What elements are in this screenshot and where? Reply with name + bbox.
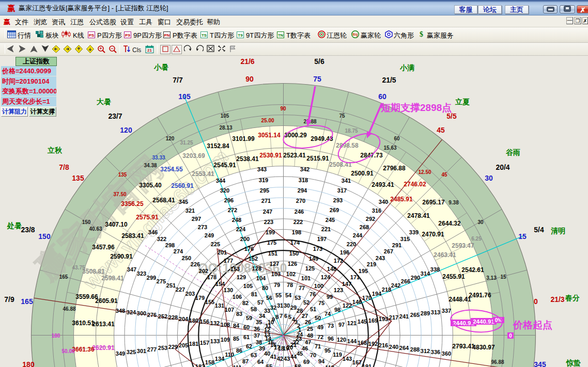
svg-text:−: −: [111, 46, 113, 51]
svg-text:252: 252: [158, 313, 167, 320]
svg-text:37: 37: [254, 332, 260, 339]
svg-text:3305.40: 3305.40: [139, 182, 162, 189]
svg-text:54: 54: [285, 292, 292, 298]
svg-text:6.25: 6.25: [471, 236, 482, 242]
svg-text:130: 130: [224, 287, 233, 293]
svg-text:119: 119: [333, 352, 342, 358]
svg-text:106: 106: [233, 294, 242, 300]
svg-text:298: 298: [165, 242, 175, 248]
svg-text:63: 63: [251, 352, 257, 358]
svg-text:0: 0: [534, 297, 538, 306]
svg-text:169: 169: [368, 317, 378, 324]
svg-text:196: 196: [340, 249, 349, 256]
svg-text:315: 315: [400, 236, 410, 242]
svg-text:300: 300: [137, 310, 146, 316]
svg-text:4830.97: 4830.97: [472, 344, 495, 351]
svg-text:37.50: 37.50: [113, 192, 126, 197]
svg-text:195: 195: [359, 268, 368, 274]
svg-text:62: 62: [246, 343, 252, 349]
svg-text:21: 21: [147, 48, 152, 53]
svg-text:348: 348: [116, 308, 125, 314]
svg-text:80: 80: [262, 285, 268, 291]
svg-text:Big: Big: [352, 33, 358, 37]
svg-text:199: 199: [266, 229, 275, 235]
svg-text:168: 168: [358, 340, 367, 346]
svg-text:201: 201: [218, 249, 227, 256]
svg-text:立夏: 立夏: [455, 98, 470, 106]
svg-text:202: 202: [199, 268, 208, 274]
svg-text:35: 35: [256, 319, 262, 325]
svg-text:266: 266: [401, 278, 410, 284]
svg-text:270: 270: [296, 198, 305, 204]
svg-text:+: +: [99, 46, 102, 51]
svg-text:49: 49: [317, 324, 323, 330]
svg-text:谷雨: 谷雨: [505, 148, 520, 156]
svg-text:152: 152: [249, 256, 258, 262]
svg-text:3508.81: 3508.81: [82, 268, 105, 275]
svg-text:3254.55: 3254.55: [160, 166, 183, 173]
svg-text:5/4: 5/4: [534, 226, 544, 234]
svg-text:31: 31: [277, 302, 283, 309]
svg-text:144: 144: [347, 338, 357, 344]
svg-text:156: 156: [200, 318, 209, 325]
svg-text:30: 30: [477, 219, 484, 225]
svg-text:120: 120: [120, 126, 132, 134]
svg-text:9.38: 9.38: [448, 200, 459, 205]
svg-text:322: 322: [157, 236, 166, 242]
svg-text:34: 34: [259, 313, 266, 319]
svg-text:243: 243: [376, 255, 385, 261]
svg-text:3661.36: 3661.36: [72, 346, 95, 353]
svg-text:218: 218: [382, 286, 391, 293]
svg-text:2695.17: 2695.17: [422, 199, 445, 206]
svg-text:108: 108: [221, 322, 230, 328]
svg-text:59: 59: [246, 315, 252, 321]
svg-text:50.00: 50.00: [61, 348, 74, 354]
svg-text:2508.41: 2508.41: [329, 161, 352, 168]
svg-text:121: 121: [347, 320, 357, 326]
svg-text:2598.41: 2598.41: [101, 275, 124, 282]
svg-text:153: 153: [230, 266, 240, 272]
svg-text:41: 41: [270, 354, 276, 360]
svg-text:151: 151: [268, 250, 277, 257]
svg-text:75: 75: [313, 75, 321, 83]
svg-text:264: 264: [399, 345, 409, 351]
svg-text:295: 295: [260, 187, 269, 194]
svg-text:105: 105: [221, 113, 229, 119]
svg-text:132: 132: [210, 320, 220, 326]
svg-text:31.25: 31.25: [180, 140, 193, 146]
svg-text:23/8: 23/8: [21, 226, 35, 234]
svg-text:0: 0: [509, 333, 512, 339]
svg-text:269: 269: [330, 207, 339, 213]
svg-text:148: 148: [327, 266, 336, 272]
svg-text:180: 180: [189, 317, 198, 324]
svg-text:124: 124: [321, 274, 331, 280]
svg-text:293: 293: [333, 197, 343, 203]
svg-text:3101.99: 3101.99: [232, 135, 255, 142]
svg-text:94: 94: [318, 358, 325, 364]
svg-text:7/9: 7/9: [4, 295, 14, 304]
svg-text:250: 250: [182, 255, 191, 261]
svg-text:149: 149: [309, 256, 318, 262]
svg-text:338: 338: [430, 266, 440, 273]
svg-text:271: 271: [261, 198, 271, 204]
svg-text:224: 224: [236, 226, 246, 232]
svg-text:28.13: 28.13: [219, 125, 232, 131]
svg-text:46.88: 46.88: [63, 306, 75, 312]
svg-text:75: 75: [339, 113, 345, 119]
svg-text:71: 71: [315, 343, 321, 349]
svg-text:立秋: 立秋: [47, 146, 63, 154]
svg-text:2523.41: 2523.41: [283, 152, 306, 159]
svg-text:83: 83: [236, 311, 242, 317]
svg-text:60: 60: [243, 324, 250, 330]
svg-text:3152.84: 3152.84: [207, 142, 229, 150]
svg-text:40: 40: [264, 350, 270, 357]
svg-text:96: 96: [328, 336, 334, 342]
svg-text:55: 55: [275, 292, 282, 298]
svg-text:90: 90: [245, 75, 254, 83]
svg-text:21/3: 21/3: [550, 295, 564, 304]
svg-text:167: 167: [352, 359, 362, 365]
svg-text:15: 15: [500, 274, 506, 280]
svg-text:336: 336: [431, 349, 440, 355]
svg-text:171: 171: [350, 274, 360, 280]
svg-text:180: 180: [22, 360, 35, 367]
